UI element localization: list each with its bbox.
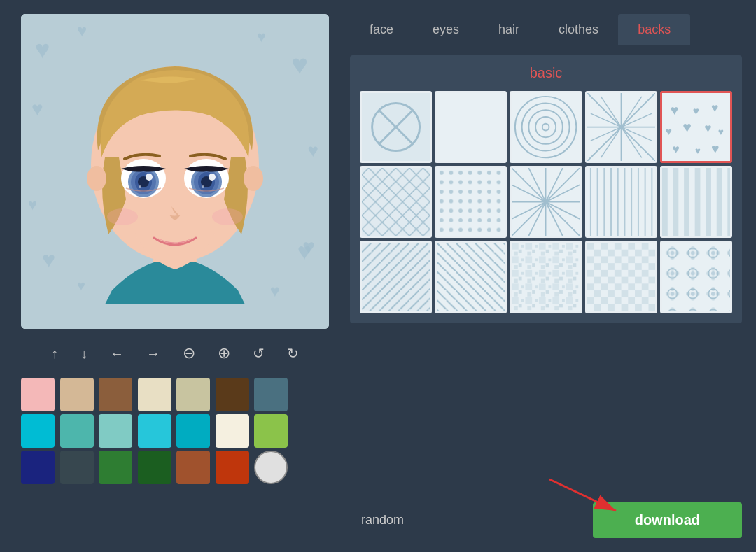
svg-text:♥: ♥ [718,127,723,137]
color-swatch[interactable] [21,378,55,411]
color-swatch[interactable] [254,378,288,411]
pattern-cell-circles[interactable] [510,91,582,163]
svg-rect-24 [437,93,505,161]
pattern-cell-diamonds[interactable] [360,166,432,238]
svg-rect-81 [362,243,430,311]
svg-text:♥: ♥ [704,121,711,135]
color-swatch[interactable] [176,451,210,484]
color-swatch[interactable] [254,414,288,448]
pattern-cell-none[interactable] [360,91,432,163]
color-swatch[interactable] [138,451,172,484]
random-button[interactable]: random [350,507,415,533]
svg-rect-102 [662,243,730,311]
color-swatch[interactable] [99,414,132,448]
section-title: basic [360,65,732,81]
color-swatch[interactable] [176,414,210,448]
color-swatch[interactable] [216,451,249,484]
svg-point-2 [87,166,106,191]
color-swatch-white[interactable] [254,451,288,484]
right-panel: face eyes hair clothes backs basic [350,14,742,323]
svg-text:♥: ♥ [672,142,679,156]
redo-button[interactable]: ↻ [283,342,303,365]
color-swatch[interactable] [216,414,249,448]
color-swatch[interactable] [216,378,249,411]
color-swatch[interactable] [138,378,172,411]
pattern-cell-dots[interactable] [435,166,507,238]
pattern-cell-floral[interactable] [660,241,732,313]
controls-bar: ↑ ↓ ← → ⊖ ⊕ ↺ ↻ [21,341,329,365]
svg-rect-84 [437,243,505,311]
pattern-cell-diagonal2[interactable] [435,241,507,313]
tabs-bar: face eyes hair clothes backs [350,14,742,45]
svg-rect-90 [512,243,580,311]
svg-rect-75 [587,168,655,236]
svg-point-17 [202,185,204,188]
pattern-cell-pixel[interactable] [510,241,582,313]
color-swatch[interactable] [60,378,94,411]
undo-button[interactable]: ↺ [248,342,269,365]
color-swatch[interactable] [21,414,55,448]
tab-eyes[interactable]: eyes [413,14,479,45]
avatar-preview: ♥ ♥ ♥ ♥ ♥ ♥ ♥ ♥ ♥ ♥ ♥ ♥ [21,14,329,329]
move-right-button[interactable]: → [142,343,164,365]
pattern-grid: ♥ ♥ ♥ ♥ ♥ ♥ ♥ ♥ ♥ ♥ [360,91,732,313]
pattern-cell-starburst[interactable] [510,166,582,238]
tab-clothes[interactable]: clothes [539,14,618,45]
svg-rect-63 [437,168,505,236]
pattern-cell-checker[interactable] [585,241,657,313]
download-button[interactable]: download [593,502,742,538]
bottom-bar: random download [350,502,742,538]
pattern-cell-lines-v[interactable] [585,166,657,238]
pattern-section: basic [350,55,742,323]
color-swatch[interactable] [99,451,132,484]
pattern-cell-blank[interactable] [435,91,507,163]
svg-rect-78 [662,168,730,236]
tab-hair[interactable]: hair [479,14,539,45]
svg-text:♥: ♥ [694,146,700,156]
svg-point-15 [209,174,216,181]
pattern-cell-hearts[interactable]: ♥ ♥ ♥ ♥ ♥ ♥ ♥ ♥ ♥ ♥ [660,91,732,163]
pattern-cell-diagonal[interactable] [360,241,432,313]
tab-backs[interactable]: backs [618,14,690,45]
move-down-button[interactable]: ↓ [76,343,92,365]
pattern-cell-stripes-v[interactable] [660,166,732,238]
color-swatch[interactable] [60,414,94,448]
move-up-button[interactable]: ↑ [47,343,62,365]
svg-text:♥: ♥ [693,105,699,117]
zoom-out-button[interactable]: ⊖ [178,341,200,365]
left-panel: ♥ ♥ ♥ ♥ ♥ ♥ ♥ ♥ ♥ ♥ ♥ ♥ [21,14,329,484]
avatar-face [70,38,280,304]
svg-text:♥: ♥ [711,141,720,156]
svg-rect-94 [587,243,655,311]
svg-point-19 [212,208,243,225]
svg-point-3 [244,166,263,191]
svg-point-14 [146,174,153,181]
svg-point-18 [107,208,138,225]
color-swatch[interactable] [60,451,94,484]
color-swatch[interactable] [21,451,55,484]
color-swatch[interactable] [176,378,210,411]
svg-text:♥: ♥ [711,101,718,115]
move-left-button[interactable]: ← [106,343,128,365]
svg-point-16 [139,185,141,188]
pattern-cell-rays[interactable] [585,91,657,163]
svg-text:♥: ♥ [666,125,672,137]
color-swatch[interactable] [138,414,172,448]
zoom-in-button[interactable]: ⊕ [214,341,234,365]
svg-text:♥: ♥ [670,102,678,118]
color-swatch[interactable] [99,378,132,411]
color-palette [21,378,329,484]
tab-face[interactable]: face [350,14,413,45]
svg-rect-60 [362,168,430,236]
svg-text:♥: ♥ [682,119,692,136]
